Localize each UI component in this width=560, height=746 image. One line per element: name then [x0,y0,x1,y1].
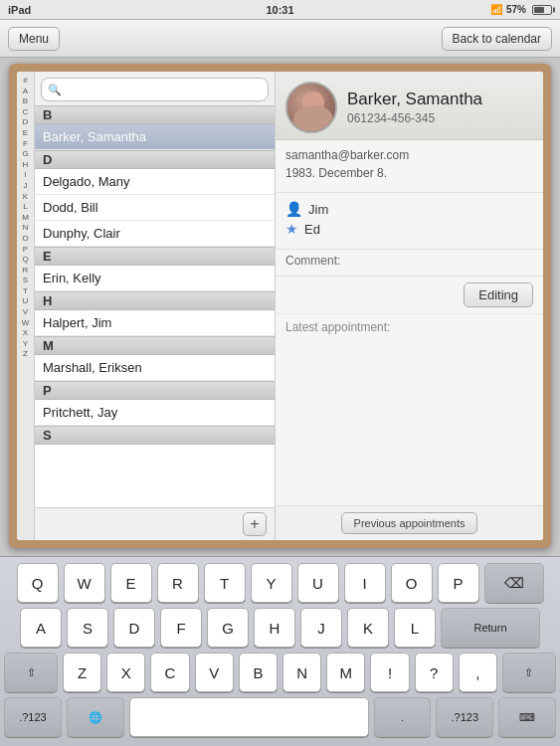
index-c[interactable]: C [23,107,29,117]
delete-key[interactable]: ⌫ [484,563,544,603]
key-exclaim[interactable]: ! [370,653,409,692]
key-p[interactable]: P [438,563,479,603]
previous-appointments-button[interactable]: Previous appointments [341,512,478,534]
index-q[interactable]: Q [22,255,28,265]
keyboard-dismiss-key[interactable]: ⌨ [498,697,556,737]
index-s[interactable]: S [23,276,28,285]
index-g[interactable]: G [22,149,28,159]
index-x[interactable]: X [23,328,28,338]
contact-item-marshall-eriksen[interactable]: Marshall, Eriksen [35,355,275,381]
key-x[interactable]: X [106,653,145,692]
contact-item-dodd-bill[interactable]: Dodd, Bill [35,195,275,221]
contact-item-pritchett-jay[interactable]: Pritchett, Jay [35,400,275,426]
contact-phone[interactable]: 061234-456-345 [347,111,533,125]
key-n[interactable]: N [282,653,321,692]
index-e[interactable]: E [23,128,28,138]
numbers-left-key[interactable]: .?123 [4,697,62,737]
key-y[interactable]: Y [251,563,292,603]
latest-appointment-label: Latest appointment: [285,320,390,334]
relation-ed[interactable]: Ed [304,222,320,237]
keyboard: Q W E R T Y U I O P ⌫ A S D F G H J K L … [0,556,560,746]
search-input-wrap[interactable]: 🔍 [41,78,269,101]
contact-email[interactable]: samantha@barker.com [285,148,533,162]
relation-jim[interactable]: Jim [308,202,328,217]
key-d[interactable]: D [113,608,155,648]
relation-row-jim: 👤 Jim [285,201,533,217]
key-q[interactable]: Q [17,563,59,603]
key-c[interactable]: C [150,653,189,692]
space-key[interactable] [129,697,369,737]
contact-item-halpert-jim[interactable]: Halpert, Jim [35,310,275,336]
key-i[interactable]: I [344,563,386,603]
status-right: 📶 57% [490,4,552,15]
index-h[interactable]: H [23,160,29,170]
contact-header: Barker, Samantha 061234-456-345 [276,72,543,140]
add-contact-button[interactable]: + [243,512,267,536]
editing-button[interactable]: Editing [464,282,533,307]
back-to-calendar-button[interactable]: Back to calendar [442,27,552,51]
search-input[interactable] [66,81,262,98]
key-r[interactable]: R [157,563,199,603]
key-k[interactable]: K [347,608,389,648]
key-comma[interactable]: , [459,653,497,692]
key-o[interactable]: O [391,563,433,603]
key-g[interactable]: G [207,608,249,648]
contacts-list[interactable]: B Barker, Samantha D Delgado, Many Dodd,… [35,105,275,507]
key-u[interactable]: U [297,563,339,603]
index-l[interactable]: L [23,202,27,212]
shift-right-key[interactable]: ⇧ [502,653,556,692]
avatar-image [287,84,335,131]
numbers-right-key[interactable]: .?123 [436,697,493,737]
index-d[interactable]: D [23,117,29,127]
contact-item-erin-kelly[interactable]: Erin, Kelly [35,266,275,291]
search-bar: 🔍 [35,72,275,105]
index-j[interactable]: J [24,181,28,191]
contact-item-dunphy-clair[interactable]: Dunphy, Clair [35,221,275,247]
carrier-label: iPad [8,4,31,16]
index-v[interactable]: V [23,307,28,317]
star-icon: ★ [285,221,298,237]
key-f[interactable]: F [160,608,202,648]
key-b[interactable]: B [239,653,278,692]
index-z[interactable]: Z [23,349,28,359]
index-f[interactable]: F [23,139,28,149]
key-z[interactable]: Z [63,653,101,692]
period-key[interactable]: . [374,697,432,737]
index-p[interactable]: P [23,245,28,255]
key-t[interactable]: T [204,563,246,603]
index-y[interactable]: Y [23,339,28,349]
contact-item-delgado-many[interactable]: Delgado, Many [35,169,275,195]
index-r[interactable]: R [23,266,29,276]
index-k[interactable]: K [23,192,28,202]
index-m[interactable]: M [22,213,29,223]
shift-left-key[interactable]: ⇧ [4,653,58,692]
index-a[interactable]: A [23,87,28,96]
index-w[interactable]: W [22,318,30,328]
globe-key[interactable]: 🌐 [67,697,124,737]
key-l[interactable]: L [394,608,436,648]
return-key[interactable]: Return [441,608,540,648]
key-m[interactable]: M [326,653,365,692]
key-a[interactable]: A [20,608,62,648]
index-n[interactable]: N [23,223,29,233]
key-question[interactable]: ? [415,653,454,692]
key-j[interactable]: J [300,608,342,648]
key-v[interactable]: V [195,653,234,692]
relation-row-ed: ★ Ed [285,221,533,237]
key-w[interactable]: W [64,563,105,603]
index-o[interactable]: O [22,234,28,244]
wifi-icon: 📶 [490,4,502,15]
index-hash[interactable]: # [23,76,27,86]
index-t[interactable]: T [23,286,28,296]
index-b[interactable]: B [23,96,28,106]
key-e[interactable]: E [110,563,152,603]
index-i[interactable]: I [24,170,26,180]
key-h[interactable]: H [254,608,295,648]
toolbar: Menu Back to calendar [0,20,560,58]
key-s[interactable]: S [67,608,108,648]
menu-button[interactable]: Menu [8,27,60,51]
section-header-d: D [35,150,275,169]
index-u[interactable]: U [23,296,29,306]
avatar [285,82,337,133]
contact-item-barker-samantha[interactable]: Barker, Samantha [35,124,275,150]
